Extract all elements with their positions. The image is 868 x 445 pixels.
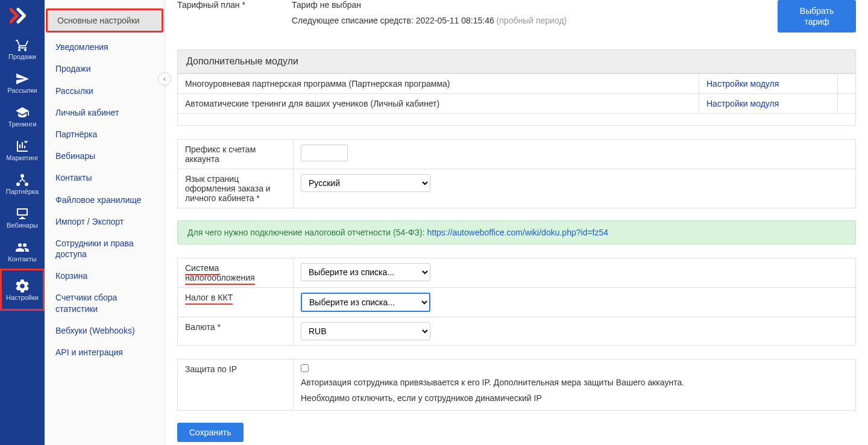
graduation-icon [14,105,31,120]
rail-trainings[interactable]: Тренинги [0,100,45,134]
sidemenu-webinars[interactable]: Вебинары [45,145,165,167]
logo [8,4,37,28]
rail-label: Тренинги [8,120,37,128]
language-select[interactable]: Русский [301,174,430,192]
ip-protect-checkbox[interactable] [301,364,309,372]
sidemenu-sales[interactable]: Продажи [45,58,165,79]
rail-mailings[interactable]: Рассылки [0,66,45,100]
module-name: Многоуровневая партнерская программа (Па… [178,74,699,94]
send-icon [14,71,31,87]
settings-sidemenu: ‹ Основные настройки Уведомления Продажи… [45,0,165,445]
sidemenu-counters[interactable]: Счетчики сбора статистики [45,287,165,319]
tax-system-label: Система налогообложения [185,263,255,285]
rail-label: Партнёрка [6,188,39,195]
tariff-next-date: 2022-05-11 08:15:46 [416,16,494,25]
main-rail: Продажи Рассылки Тренинги Маркетинг Парт [0,0,45,445]
info-text: Для чего нужно подключение налоговой отч… [187,228,427,237]
chevron-left-icon: ‹ [163,75,166,83]
prefix-input[interactable] [301,145,348,161]
sidemenu-api[interactable]: API и интеграция [45,341,165,363]
cart-icon [14,37,31,53]
sidemenu-filestorage[interactable]: Файловое хранилище [45,189,165,211]
tariff-plan-value: Тариф не выбран [292,0,778,10]
module-settings-link[interactable]: Настройки модуля [706,99,779,108]
table-row [178,114,856,126]
sidemenu-partnerka[interactable]: Партнёрка [45,123,165,145]
rail-partnerka[interactable]: Партнёрка [0,167,45,201]
tariff-next-prefix: Следующее списание средств: [292,16,416,25]
rail-marketing[interactable]: Маркетинг [0,134,45,167]
main-content: Тарифный план * Тариф не выбран Следующе… [165,0,868,445]
module-settings-link[interactable]: Настройки модуля [706,79,779,89]
collapse-sidemenu-button[interactable]: ‹ [158,72,171,86]
empty-row [178,114,856,126]
users-icon [14,240,31,255]
rail-label: Рассылки [7,87,37,94]
rail-label: Продажи [8,53,36,60]
tax-kkt-select[interactable]: Выберите из списка... [301,293,430,312]
rail-contacts[interactable]: Контакты [0,235,45,269]
presentation-icon [14,206,31,222]
rail-webinars[interactable]: Вебинары [0,201,45,235]
form-ip-protect: Защита по IP Авторизация сотрудника прив… [177,359,856,410]
fz54-link[interactable]: https://autoweboffice.com/wiki/doku.php?… [427,228,609,237]
sidemenu-import-export[interactable]: Импорт / Экспорт [45,211,165,232]
network-icon [14,172,31,188]
module-extra-cell [838,74,856,94]
sidemenu-basic-settings[interactable]: Основные настройки [46,8,163,33]
rail-label: Настройки [6,294,39,301]
tariff-trial-note: (пробный период) [494,16,567,25]
currency-label: Валюта * [178,317,294,346]
ip-help-2: Необходимо отключить, если у сотрудников… [301,392,848,405]
module-extra-cell [838,94,856,114]
rail-label: Маркетинг [6,154,38,161]
ip-protect-label: Защита по IP [178,359,294,410]
prefix-label: Префикс к счетам аккаунта [178,140,294,169]
sidemenu-mailings[interactable]: Рассылки [45,80,165,102]
tax-system-select[interactable]: Выберите из списка... [301,263,430,281]
sidemenu-staff-rights[interactable]: Сотрудники и права доступа [45,232,165,265]
modules-heading: Дополнительные модули [177,49,856,73]
lang-label: Язык страниц оформления заказа и личного… [178,169,294,208]
sidemenu-contacts[interactable]: Контакты [45,167,165,188]
sidemenu-trash[interactable]: Корзина [45,265,165,287]
choose-tariff-button[interactable]: Выбрать тариф [778,0,856,33]
ip-help-1: Авторизация сотрудника привязывается к е… [301,376,848,390]
rail-sales[interactable]: Продажи [0,33,45,66]
sidemenu-personal[interactable]: Личный кабинет [45,102,165,123]
currency-select[interactable]: RUB [301,322,430,340]
rail-label: Контакты [8,255,37,263]
table-row: Автоматические тренинги для ваших ученик… [178,94,856,114]
tariff-plan-label: Тарифный план * [177,0,292,33]
tax-kkt-label: Налог в ККТ [185,293,233,305]
form-tax-currency: Система налогообложения Выберите из спис… [177,258,856,346]
table-row: Многоуровневая партнерская программа (Па… [178,74,856,94]
fz54-info-banner: Для чего нужно подключение налоговой отч… [177,220,856,244]
save-button[interactable]: Сохранить [177,423,244,442]
form-prefix-lang: Префикс к счетам аккаунта Язык страниц о… [177,139,856,208]
rail-settings[interactable]: Настройки [0,269,45,311]
chart-icon [14,138,31,154]
sidemenu-notifications[interactable]: Уведомления [45,36,165,58]
gear-icon [14,278,31,294]
sidemenu-webhooks[interactable]: Вебхуки (Webhooks) [45,320,165,341]
modules-table: Многоуровневая партнерская программа (Па… [177,73,856,126]
rail-label: Вебинары [7,222,38,229]
module-name: Автоматические тренинги для ваших ученик… [178,94,699,114]
